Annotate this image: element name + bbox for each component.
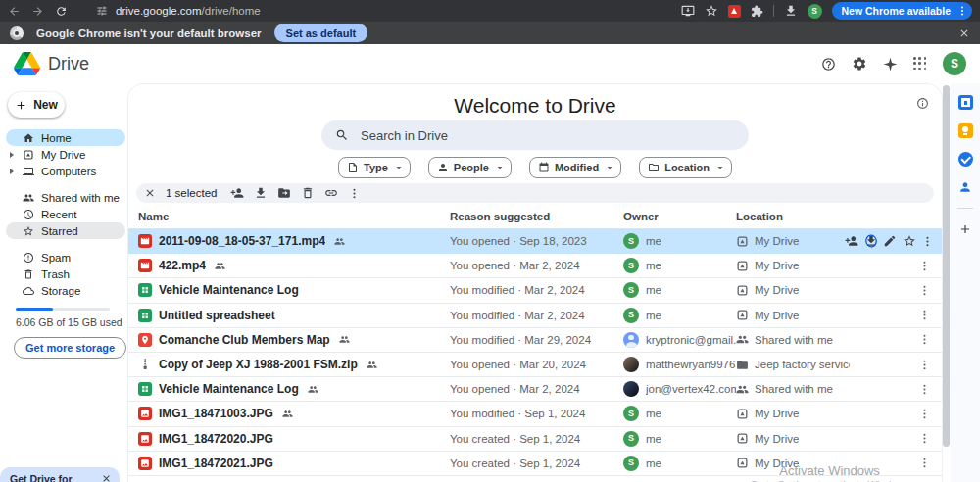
download-icon[interactable]: [254, 186, 268, 200]
owner-name: me: [646, 310, 662, 321]
forward-icon[interactable]: [31, 5, 44, 18]
address-bar[interactable]: drive.google.com/drive/home: [96, 5, 670, 17]
google-apps-grid-icon[interactable]: [913, 57, 927, 71]
location-cell[interactable]: My Drive: [736, 432, 850, 445]
sidebar-item-recent[interactable]: Recent: [6, 206, 125, 222]
file-row[interactable]: Vehicle Maintenance Log You opened · Mar…: [128, 377, 942, 402]
star-icon[interactable]: [903, 234, 916, 248]
get-drive-desktop-toast[interactable]: Get Drive for desktop: [0, 467, 120, 482]
reason-suggested: You modified · Mar 2, 2024: [450, 310, 623, 321]
sidebar-item-trash[interactable]: Trash: [6, 265, 125, 282]
file-row[interactable]: Comanche Club Members Map You modified ·…: [128, 328, 942, 353]
location-cell[interactable]: Jeep factory service ma...: [736, 359, 850, 371]
column-header-owner[interactable]: Owner: [623, 211, 736, 222]
location-cell[interactable]: My Drive: [736, 235, 850, 248]
more-options-icon[interactable]: [918, 408, 931, 420]
more-options-icon[interactable]: [918, 383, 931, 396]
more-options-icon[interactable]: [918, 260, 931, 272]
share-person-add-icon[interactable]: [845, 234, 858, 248]
contacts-app-icon[interactable]: [958, 180, 972, 194]
browser-profile-avatar[interactable]: S: [808, 4, 822, 19]
file-row[interactable]: IMG1_18471003.JPG You modified · Sep 1, …: [128, 402, 942, 426]
gemini-sparkle-icon[interactable]: [883, 57, 898, 72]
clear-selection-icon[interactable]: [144, 187, 156, 199]
sidebar-item-storage[interactable]: Storage: [6, 282, 125, 299]
file-row[interactable]: Vehicle Maintenance Log You modified · M…: [128, 278, 942, 303]
save-share-cast-icon[interactable]: [681, 4, 695, 18]
refresh-icon[interactable]: [55, 5, 68, 18]
more-options-icon[interactable]: [918, 284, 931, 297]
file-list: 2011-09-08_18-05-37_171.mp4 You opened ·…: [128, 229, 942, 476]
location-cell[interactable]: My Drive: [736, 260, 850, 272]
sidebar-item-computers[interactable]: Computers: [6, 163, 125, 179]
sidebar-item-shared-with-me[interactable]: Shared with me: [6, 189, 125, 206]
banner-close-icon[interactable]: [958, 27, 970, 39]
search-bar[interactable]: [321, 120, 749, 150]
share-person-add-icon[interactable]: [230, 186, 244, 200]
file-name: 2011-09-08_18-05-37_171.mp4: [159, 234, 325, 248]
add-addon-icon[interactable]: [958, 222, 972, 236]
expand-caret-icon[interactable]: [8, 152, 16, 158]
file-row[interactable]: Untitled spreadsheet You modified · Mar …: [128, 304, 942, 328]
more-options-icon[interactable]: [918, 359, 931, 371]
search-input[interactable]: [359, 127, 735, 144]
sidebar-label: Starred: [41, 225, 78, 237]
more-options-icon[interactable]: [918, 309, 931, 321]
more-options-icon[interactable]: [348, 187, 361, 200]
location-cell[interactable]: My Drive: [736, 408, 850, 420]
file-row[interactable]: Copy of Jeep XJ 1988-2001 FSM.zip You op…: [128, 353, 942, 377]
move-folder-icon[interactable]: [277, 186, 291, 200]
settings-gear-icon[interactable]: [852, 56, 867, 72]
location-cell[interactable]: My Drive: [736, 284, 850, 297]
rename-pencil-icon[interactable]: [883, 234, 897, 248]
trash-icon[interactable]: [301, 186, 315, 200]
sidebar-item-spam[interactable]: Spam: [6, 249, 125, 265]
vertical-scrollbar[interactable]: [943, 85, 950, 447]
filter-chip-modified[interactable]: Modified: [529, 157, 621, 178]
link-icon[interactable]: [324, 186, 338, 200]
download-icon[interactable]: [864, 234, 878, 248]
info-icon[interactable]: [916, 97, 929, 110]
tasks-app-icon[interactable]: [958, 152, 973, 167]
file-row[interactable]: 2011-09-08_18-05-37_171.mp4 You opened ·…: [128, 229, 942, 254]
location-cell[interactable]: Shared with me: [736, 333, 850, 346]
drive-logo[interactable]: [14, 52, 40, 75]
set-as-default-button[interactable]: Set as default: [274, 24, 368, 42]
keep-app-icon[interactable]: [958, 123, 973, 138]
downloads-icon[interactable]: [784, 4, 798, 18]
location-cell[interactable]: My Drive: [736, 309, 850, 321]
more-options-icon[interactable]: [918, 432, 931, 445]
new-button[interactable]: New: [8, 92, 65, 118]
more-options-icon[interactable]: [918, 457, 931, 469]
sidebar-item-my-drive[interactable]: My Drive: [6, 146, 125, 163]
bookmark-star-icon[interactable]: [705, 4, 718, 18]
browser-menu-icon[interactable]: [956, 5, 968, 17]
column-header-name[interactable]: Name: [138, 211, 450, 222]
shared-with-me-icon: [736, 383, 749, 396]
chevron-down-icon: [494, 162, 506, 173]
site-settings-icon[interactable]: [96, 5, 108, 17]
location-cell[interactable]: Shared with me: [736, 383, 850, 396]
more-options-icon[interactable]: [921, 235, 934, 248]
filter-chip-location[interactable]: Location: [639, 157, 732, 178]
get-more-storage-button[interactable]: Get more storage: [14, 337, 126, 359]
sidebar-item-starred[interactable]: Starred: [6, 222, 125, 239]
file-row[interactable]: 422.mp4 You opened · Mar 2, 2024 S me My…: [128, 254, 942, 278]
panel-divider: [957, 208, 973, 209]
more-options-icon[interactable]: [918, 333, 931, 346]
account-avatar[interactable]: S: [943, 52, 966, 75]
filter-chip-type[interactable]: Type: [338, 157, 411, 178]
sidebar-item-home[interactable]: Home: [6, 129, 125, 146]
file-row[interactable]: IMG1_18472020.JPG You created · Sep 1, 2…: [128, 427, 942, 452]
acrobat-extension-icon[interactable]: [728, 5, 741, 18]
filter-chip-people[interactable]: People: [428, 157, 512, 178]
calendar-app-icon[interactable]: [958, 95, 973, 110]
expand-caret-icon[interactable]: [8, 169, 16, 174]
extensions-puzzle-icon[interactable]: [751, 5, 763, 18]
help-icon[interactable]: [821, 57, 836, 72]
toast-close-icon[interactable]: [101, 473, 112, 482]
new-chrome-available-button[interactable]: New Chrome available: [832, 2, 972, 20]
column-header-location[interactable]: Location: [736, 211, 850, 222]
back-icon[interactable]: [8, 5, 21, 18]
column-header-reason[interactable]: Reason suggested: [450, 211, 623, 222]
